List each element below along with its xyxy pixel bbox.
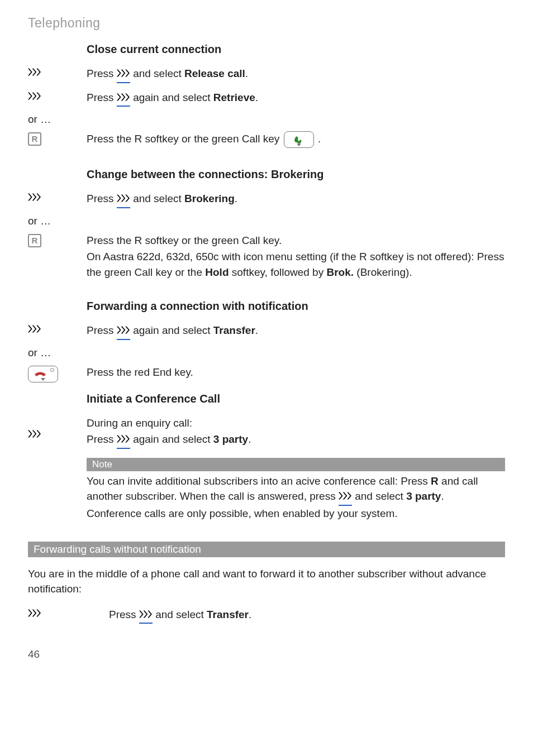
step-transfer: Press again and select Transfer.: [87, 323, 505, 341]
page-number: 46: [28, 648, 505, 661]
step-fwd-without-transfer: Press and select Transfer.: [87, 607, 505, 625]
heading-close-connection: Close current connection: [87, 43, 505, 56]
heading-brokering: Change between the connections: Brokerin…: [87, 168, 505, 181]
step-end-key: Press the red End key.: [87, 365, 505, 381]
chevrons-icon: [28, 429, 41, 441]
r-softkey-icon: R: [28, 132, 41, 146]
chevrons-icon: [28, 192, 41, 204]
note-body: You can invite additional subscribers in…: [87, 473, 505, 521]
heading-conference: Initiate a Conference Call: [87, 393, 505, 405]
chevrons-icon: [117, 192, 130, 208]
chevrons-icon: [28, 91, 41, 103]
or-label: or …: [28, 113, 505, 126]
chevrons-icon: [28, 324, 41, 336]
note-label: Note: [87, 458, 505, 471]
chevrons-icon: [117, 67, 130, 83]
step-release-call: Press and select Release call.: [87, 66, 505, 84]
step-retrieve: Press again and select Retrieve.: [87, 90, 505, 108]
fwd-without-intro: You are in the middle of a phone call an…: [28, 566, 505, 597]
chevrons-icon: [339, 490, 352, 506]
heading-fwd-notif: Forwarding a connection with notificatio…: [87, 300, 505, 313]
step-r-or-call-key: Press the R softkey or the green Call ke…: [87, 131, 505, 149]
chevrons-icon: [117, 433, 130, 449]
step-brokering-alt: Press the R softkey or the green Call ke…: [87, 233, 505, 281]
running-head: Telephoning: [28, 16, 505, 31]
call-key-icon: [284, 131, 314, 148]
chevrons-icon: [139, 608, 153, 624]
end-key-icon: [28, 366, 58, 382]
step-conference: During an enquiry call: Press again and …: [87, 415, 505, 450]
chevrons-icon: [117, 91, 130, 107]
or-label: or …: [28, 215, 505, 227]
or-label: or …: [28, 347, 505, 359]
step-brokering: Press and select Brokering.: [87, 191, 505, 209]
chevrons-icon: [28, 608, 41, 620]
chevrons-icon: [28, 67, 41, 79]
section-band-fwd-without: Forwarding calls without notification: [28, 542, 505, 557]
chevrons-icon: [117, 324, 130, 340]
r-softkey-icon: R: [28, 234, 41, 247]
